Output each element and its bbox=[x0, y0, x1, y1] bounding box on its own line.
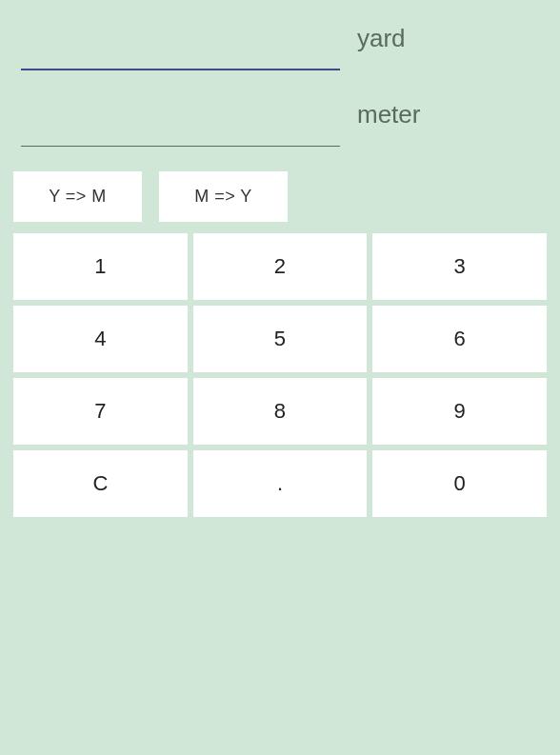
key-6[interactable]: 6 bbox=[372, 306, 547, 372]
key-4[interactable]: 4 bbox=[13, 306, 188, 372]
key-clear[interactable]: C bbox=[13, 450, 188, 517]
convert-button-row: Y => M M => Y bbox=[13, 171, 547, 222]
key-3[interactable]: 3 bbox=[372, 233, 547, 300]
key-1[interactable]: 1 bbox=[13, 233, 188, 300]
yard-input[interactable] bbox=[21, 13, 340, 70]
meter-input[interactable] bbox=[21, 89, 340, 147]
key-7[interactable]: 7 bbox=[13, 378, 188, 445]
meter-label: meter bbox=[357, 100, 420, 147]
yard-input-row: yard bbox=[13, 13, 547, 70]
key-8[interactable]: 8 bbox=[193, 378, 368, 445]
meter-to-yard-button[interactable]: M => Y bbox=[159, 171, 288, 222]
yard-to-meter-button[interactable]: Y => M bbox=[13, 171, 142, 222]
key-9[interactable]: 9 bbox=[372, 378, 547, 445]
yard-label: yard bbox=[357, 24, 406, 70]
key-decimal[interactable]: . bbox=[193, 450, 368, 517]
key-5[interactable]: 5 bbox=[193, 306, 368, 372]
meter-input-row: meter bbox=[13, 89, 547, 147]
keypad: 1 2 3 4 5 6 7 8 9 C . 0 bbox=[13, 233, 547, 517]
key-2[interactable]: 2 bbox=[193, 233, 368, 300]
key-0[interactable]: 0 bbox=[372, 450, 547, 517]
